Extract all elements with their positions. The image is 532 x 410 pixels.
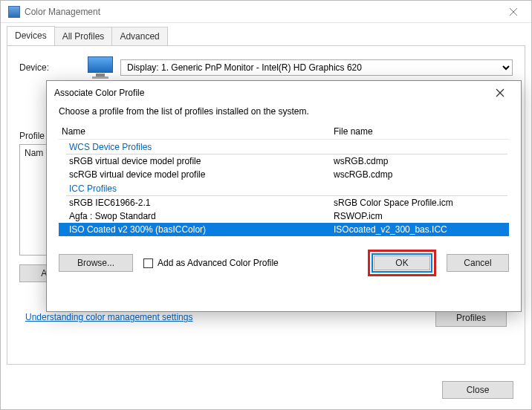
dialog-titlebar: Associate Color Profile <box>47 81 521 105</box>
list-item[interactable]: sRGB virtual device model profile wsRGB.… <box>59 154 509 168</box>
tab-all-profiles[interactable]: All Profiles <box>54 27 113 46</box>
tabstrip: Devices All Profiles Advanced <box>1 23 531 45</box>
device-select[interactable]: Display: 1. Generic PnP Monitor - Intel(… <box>120 59 513 76</box>
profile-list-header: Name File name <box>59 124 509 140</box>
tab-advanced[interactable]: Advanced <box>111 27 167 46</box>
associate-color-profile-dialog: Associate Color Profile Choose a profile… <box>46 80 522 312</box>
col-name[interactable]: Name <box>59 126 334 137</box>
monitor-icon <box>86 56 114 79</box>
help-link[interactable]: Understanding color management settings <box>25 312 192 322</box>
tab-devices[interactable]: Devices <box>7 26 55 45</box>
checkbox-icon <box>143 258 153 268</box>
list-item-selected[interactable]: ISO Coated v2 300% (basICColor) ISOcoate… <box>59 223 509 236</box>
window-title: Color Management <box>25 7 499 17</box>
browse-button[interactable]: Browse... <box>59 254 133 272</box>
titlebar: Color Management <box>1 1 531 23</box>
app-icon <box>8 6 20 18</box>
list-item[interactable]: sRGB IEC61966-2.1 sRGB Color Space Profi… <box>59 196 509 209</box>
profile-list[interactable]: Name File name WCS Device Profiles sRGB … <box>59 124 509 236</box>
col-filename[interactable]: File name <box>334 126 509 137</box>
group-wcs: WCS Device Profiles <box>59 140 509 154</box>
device-label: Device: <box>19 62 80 73</box>
group-icc: ICC Profiles <box>59 181 509 195</box>
list-item[interactable]: Agfa : Swop Standard RSWOP.icm <box>59 209 509 223</box>
ok-highlight: OK <box>368 250 436 276</box>
checkbox-label: Add as Advanced Color Profile <box>158 258 279 268</box>
dialog-close-button[interactable] <box>487 83 513 102</box>
dialog-instruction: Choose a profile from the list of profil… <box>59 106 509 117</box>
advanced-color-profile-checkbox[interactable]: Add as Advanced Color Profile <box>143 258 279 268</box>
cancel-button[interactable]: Cancel <box>447 254 509 272</box>
close-button[interactable]: Close <box>442 381 513 399</box>
list-item[interactable]: scRGB virtual device model profile wscRG… <box>59 168 509 181</box>
window-close-button[interactable] <box>499 1 528 22</box>
dialog-title: Associate Color Profile <box>54 88 487 98</box>
ok-button[interactable]: OK <box>374 256 430 270</box>
